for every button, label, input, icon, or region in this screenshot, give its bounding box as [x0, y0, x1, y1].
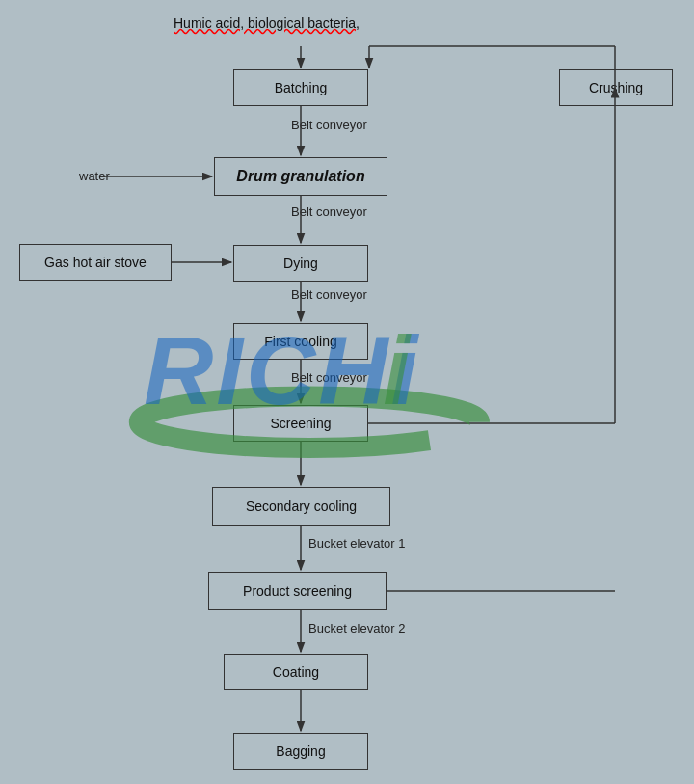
bucket-elevator-2-label: Bucket elevator 2	[308, 621, 405, 635]
batching-box: Batching	[233, 69, 368, 106]
water-label: water	[79, 169, 110, 183]
crushing-box: Crushing	[559, 69, 673, 106]
belt-conveyor-1-label: Belt conveyor	[291, 118, 367, 132]
first-cooling-box: First cooling	[233, 323, 368, 360]
belt-conveyor-2-label: Belt conveyor	[291, 204, 367, 219]
screening-box: Screening	[233, 405, 368, 442]
diagram: Humic acid, biological bacteria, Batchin…	[0, 0, 694, 784]
humic-acid-label: Humic acid, biological bacteria,	[174, 15, 360, 31]
bucket-elevator-1-label: Bucket elevator 1	[308, 536, 405, 551]
drum-granulation-box: Drum granulation	[214, 157, 387, 196]
belt-conveyor-3-label: Belt conveyor	[291, 287, 367, 302]
secondary-cooling-box: Secondary cooling	[212, 487, 390, 526]
gas-stove-box: Gas hot air stove	[19, 244, 172, 281]
coating-box: Coating	[224, 654, 368, 690]
svg-text:i: i	[383, 316, 413, 424]
bagging-box: Bagging	[233, 733, 368, 770]
belt-conveyor-4-label: Belt conveyor	[291, 370, 367, 385]
drying-box: Dying	[233, 245, 368, 282]
product-screening-box: Product screening	[208, 572, 387, 610]
